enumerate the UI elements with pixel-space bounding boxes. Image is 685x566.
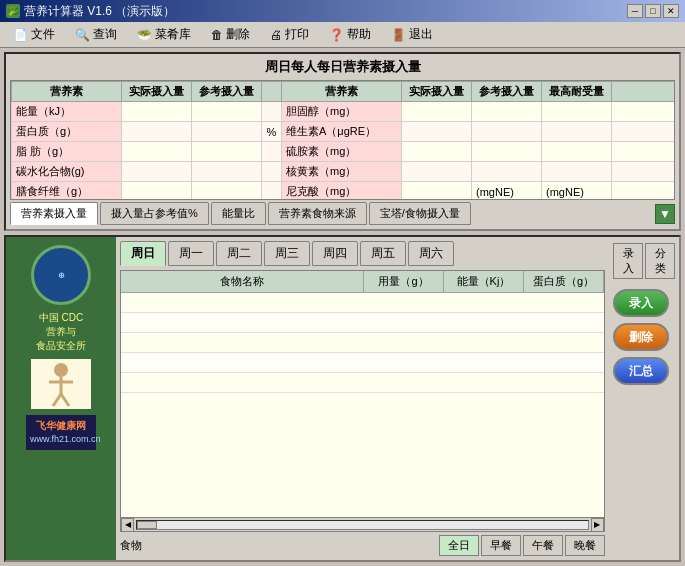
food-row-empty-3 — [121, 333, 604, 353]
meal-tabs: 全日早餐午餐晚餐 — [439, 535, 605, 556]
food-row-empty-1 — [121, 293, 604, 313]
food-table-wrapper: 食物名称 用量（g） 能量（Kj） 蛋白质（g） ◀ — [120, 270, 605, 532]
col-header-nutrient2: 营养素 — [282, 82, 402, 102]
week-tab[interactable]: 周二 — [216, 241, 262, 266]
menu-delete[interactable]: 🗑 删除 — [202, 23, 259, 46]
scroll-track[interactable] — [136, 520, 589, 530]
bottom-panel: ⊕ 中国 CDC 营养与 食品安全所 飞华健康网 www.fh21.com.cn — [4, 235, 681, 562]
food-table-body — [121, 293, 604, 517]
feihua-brand: 飞华健康网 — [30, 419, 92, 433]
menu-exit[interactable]: 🚪 退出 — [382, 23, 442, 46]
nutrition-cell — [472, 122, 542, 142]
window-controls: ─ □ ✕ — [627, 4, 679, 18]
col-header-nutrient1: 营养素 — [12, 82, 122, 102]
food-row-empty-2 — [121, 313, 604, 333]
svg-line-3 — [53, 394, 61, 406]
tab-classify[interactable]: 分类 — [645, 243, 675, 279]
print-icon: 🖨 — [270, 28, 282, 42]
cdc-logo: ⊕ — [31, 245, 91, 305]
scroll-left-btn[interactable]: ◀ — [121, 518, 134, 532]
nutrition-cell — [612, 162, 676, 182]
nutrition-cell: 尼克酸（mg） — [282, 182, 402, 201]
nutrition-cell — [192, 122, 262, 142]
meal-tab[interactable]: 早餐 — [481, 535, 521, 556]
person-figure — [31, 359, 91, 409]
maximize-button[interactable]: □ — [645, 4, 661, 18]
menu-bar: 📄 文件 🔍 查询 🥗 菜肴库 🗑 删除 🖨 打印 ❓ 帮助 🚪 退出 — [0, 22, 685, 48]
menu-print[interactable]: 🖨 打印 — [261, 23, 318, 46]
nutrition-cell: 能量（kJ） — [12, 102, 122, 122]
nutrition-cell: 蛋白质（g） — [12, 122, 122, 142]
week-tab[interactable]: 周一 — [168, 241, 214, 266]
nutrition-table-wrapper[interactable]: 营养素 实际摄入量 参考摄入量 营养素 实际摄入量 参考摄入量 最高耐受量 营养… — [10, 80, 675, 200]
main-area: 周日每人每日营养素摄入量 营养素 实际摄入量 参考摄入量 营养素 实际摄入量 参… — [0, 48, 685, 566]
scroll-right-btn[interactable]: ▶ — [591, 518, 604, 532]
nutrition-cell — [192, 162, 262, 182]
scroll-thumb — [137, 521, 157, 529]
nutrition-cell: 核黄素（mg） — [282, 162, 402, 182]
nutrition-cell — [542, 142, 612, 162]
app-title: 营养计算器 V1.6 （演示版） — [24, 3, 175, 20]
tab-enter[interactable]: 录入 — [613, 243, 643, 279]
nutrition-cell — [612, 102, 676, 122]
meal-tab[interactable]: 全日 — [439, 535, 479, 556]
food-col-amount: 用量（g） — [364, 271, 444, 292]
tab-row: 营养素摄入量摄入量占参考值%能量比营养素食物来源宝塔/食物摄入量 ▼ — [10, 202, 675, 225]
delete-button[interactable]: 删除 — [613, 323, 669, 351]
nutrition-cell: 硫胺素（mg） — [282, 142, 402, 162]
feihua-logo: 飞华健康网 www.fh21.com.cn — [26, 415, 96, 450]
nutrition-tab[interactable]: 能量比 — [211, 202, 266, 225]
help-icon: ❓ — [329, 28, 344, 42]
nutrition-cell — [402, 122, 472, 142]
nutrition-cell — [192, 102, 262, 122]
week-tab[interactable]: 周六 — [408, 241, 454, 266]
meal-tab[interactable]: 午餐 — [523, 535, 563, 556]
logo-section: ⊕ 中国 CDC 营养与 食品安全所 飞华健康网 www.fh21.com.cn — [6, 237, 116, 560]
nutrition-cell — [542, 122, 612, 142]
nutrition-cell — [542, 162, 612, 182]
minimize-button[interactable]: ─ — [627, 4, 643, 18]
nutrition-cell: 脂 肪（g） — [12, 142, 122, 162]
figure-svg — [41, 362, 81, 407]
nutrition-cell: (mgNE) — [542, 182, 612, 201]
week-area: 周日周一周二周三周四周五周六 食物名称 用量（g） 能量（Kj） 蛋白质（g） — [116, 237, 609, 560]
svg-line-4 — [61, 394, 69, 406]
week-tab[interactable]: 周五 — [360, 241, 406, 266]
nutrition-tab[interactable]: 营养素食物来源 — [268, 202, 367, 225]
col-header-sep1 — [262, 82, 282, 102]
nutrition-cell — [192, 142, 262, 162]
tab-buttons: 营养素摄入量摄入量占参考值%能量比营养素食物来源宝塔/食物摄入量 — [10, 202, 471, 225]
scroll-right-button[interactable]: ▼ — [655, 204, 675, 224]
food-col-protein: 蛋白质（g） — [524, 271, 604, 292]
summary-button[interactable]: 汇总 — [613, 357, 669, 385]
enter-button[interactable]: 录入 — [613, 289, 669, 317]
nutrition-cell — [612, 142, 676, 162]
delete-icon: 🗑 — [211, 28, 223, 42]
nutrition-tab[interactable]: 营养素摄入量 — [10, 202, 98, 225]
col-header-ref2: 参考摄入量 — [472, 82, 542, 102]
menu-recipes[interactable]: 🥗 菜肴库 — [128, 23, 200, 46]
nutrition-cell — [262, 102, 282, 122]
col-header-sep2 — [612, 82, 676, 102]
close-button[interactable]: ✕ — [663, 4, 679, 18]
top-panel: 周日每人每日营养素摄入量 营养素 实际摄入量 参考摄入量 营养素 实际摄入量 参… — [4, 52, 681, 231]
week-tab[interactable]: 周四 — [312, 241, 358, 266]
menu-help[interactable]: ❓ 帮助 — [320, 23, 380, 46]
week-tab[interactable]: 周三 — [264, 241, 310, 266]
feihua-url: www.fh21.com.cn — [30, 433, 92, 446]
menu-query[interactable]: 🔍 查询 — [66, 23, 126, 46]
week-tab[interactable]: 周日 — [120, 241, 166, 266]
nutrition-cell — [612, 122, 676, 142]
right-buttons: 录入 分类 录入 删除 汇总 — [609, 237, 679, 560]
nutrition-tab[interactable]: 宝塔/食物摄入量 — [369, 202, 471, 225]
recipes-icon: 🥗 — [137, 28, 152, 42]
col-header-ref1: 参考摄入量 — [192, 82, 262, 102]
nutrition-cell: 碳水化合物(g) — [12, 162, 122, 182]
food-col-name: 食物名称 — [121, 271, 364, 292]
menu-file[interactable]: 📄 文件 — [4, 23, 64, 46]
food-row-empty-4 — [121, 353, 604, 373]
nutrition-tab[interactable]: 摄入量占参考值% — [100, 202, 209, 225]
nutrition-cell — [262, 182, 282, 201]
horizontal-scrollbar[interactable]: ◀ ▶ — [121, 517, 604, 531]
meal-tab[interactable]: 晚餐 — [565, 535, 605, 556]
